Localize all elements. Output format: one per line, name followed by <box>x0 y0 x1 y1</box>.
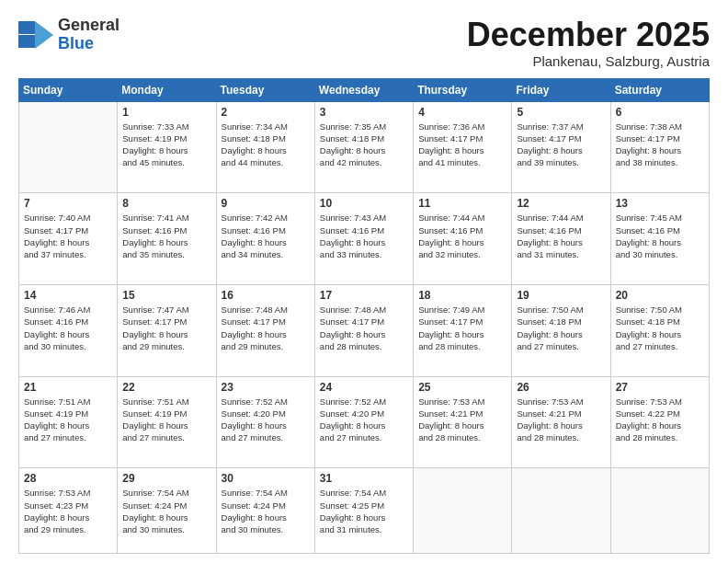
table-row: 9Sunrise: 7:42 AM Sunset: 4:16 PM Daylig… <box>216 193 314 285</box>
day-number: 8 <box>122 197 210 210</box>
day-number: 17 <box>320 289 408 302</box>
calendar-header-row: Sunday Monday Tuesday Wednesday Thursday… <box>19 78 710 101</box>
month-title: December 2025 <box>467 17 710 53</box>
svg-rect-1 <box>18 35 35 48</box>
svg-rect-0 <box>18 21 35 34</box>
table-row: 14Sunrise: 7:46 AM Sunset: 4:16 PM Dayli… <box>19 284 118 376</box>
table-row: 4Sunrise: 7:36 AM Sunset: 4:17 PM Daylig… <box>414 101 512 193</box>
day-number: 30 <box>222 472 310 485</box>
day-number: 24 <box>320 381 408 394</box>
day-number: 31 <box>320 472 408 485</box>
day-info: Sunrise: 7:52 AM Sunset: 4:20 PM Dayligh… <box>222 396 310 444</box>
day-info: Sunrise: 7:52 AM Sunset: 4:20 PM Dayligh… <box>320 396 408 444</box>
day-info: Sunrise: 7:54 AM Sunset: 4:25 PM Dayligh… <box>320 487 408 535</box>
day-number: 23 <box>222 381 310 394</box>
day-info: Sunrise: 7:47 AM Sunset: 4:17 PM Dayligh… <box>122 304 210 352</box>
day-info: Sunrise: 7:53 AM Sunset: 4:23 PM Dayligh… <box>24 487 112 535</box>
table-row: 13Sunrise: 7:45 AM Sunset: 4:16 PM Dayli… <box>610 193 709 285</box>
day-info: Sunrise: 7:38 AM Sunset: 4:17 PM Dayligh… <box>616 121 704 169</box>
day-info: Sunrise: 7:53 AM Sunset: 4:21 PM Dayligh… <box>517 396 605 444</box>
day-info: Sunrise: 7:48 AM Sunset: 4:17 PM Dayligh… <box>222 304 310 352</box>
day-info: Sunrise: 7:54 AM Sunset: 4:24 PM Dayligh… <box>122 487 210 535</box>
day-info: Sunrise: 7:45 AM Sunset: 4:16 PM Dayligh… <box>616 212 704 260</box>
table-row: 22Sunrise: 7:51 AM Sunset: 4:19 PM Dayli… <box>118 376 216 468</box>
day-number: 12 <box>517 197 605 210</box>
day-number: 2 <box>222 106 310 119</box>
day-number: 9 <box>222 197 310 210</box>
title-block: December 2025 Plankenau, Salzburg, Austr… <box>467 17 710 69</box>
table-row: 12Sunrise: 7:44 AM Sunset: 4:16 PM Dayli… <box>512 193 610 285</box>
day-number: 28 <box>24 472 112 485</box>
table-row: 30Sunrise: 7:54 AM Sunset: 4:24 PM Dayli… <box>216 468 314 554</box>
calendar-table: Sunday Monday Tuesday Wednesday Thursday… <box>18 78 710 554</box>
table-row: 1Sunrise: 7:33 AM Sunset: 4:19 PM Daylig… <box>118 101 216 193</box>
day-info: Sunrise: 7:40 AM Sunset: 4:17 PM Dayligh… <box>24 212 112 260</box>
day-number: 4 <box>418 106 506 119</box>
location-subtitle: Plankenau, Salzburg, Austria <box>467 53 710 69</box>
day-info: Sunrise: 7:37 AM Sunset: 4:17 PM Dayligh… <box>517 121 605 169</box>
day-info: Sunrise: 7:50 AM Sunset: 4:18 PM Dayligh… <box>616 304 704 352</box>
logo-general: General <box>58 17 119 35</box>
day-number: 26 <box>517 381 605 394</box>
table-row: 28Sunrise: 7:53 AM Sunset: 4:23 PM Dayli… <box>19 468 118 554</box>
header: General Blue December 2025 Plankenau, Sa… <box>18 17 710 69</box>
day-info: Sunrise: 7:33 AM Sunset: 4:19 PM Dayligh… <box>122 121 210 169</box>
header-monday: Monday <box>118 78 216 101</box>
table-row: 20Sunrise: 7:50 AM Sunset: 4:18 PM Dayli… <box>610 284 709 376</box>
table-row: 29Sunrise: 7:54 AM Sunset: 4:24 PM Dayli… <box>118 468 216 554</box>
day-number: 13 <box>616 197 704 210</box>
table-row: 23Sunrise: 7:52 AM Sunset: 4:20 PM Dayli… <box>216 376 314 468</box>
table-row <box>19 101 118 193</box>
day-info: Sunrise: 7:48 AM Sunset: 4:17 PM Dayligh… <box>320 304 408 352</box>
day-number: 20 <box>616 289 704 302</box>
day-number: 11 <box>418 197 506 210</box>
day-number: 7 <box>24 197 112 210</box>
table-row: 7Sunrise: 7:40 AM Sunset: 4:17 PM Daylig… <box>19 193 118 285</box>
day-number: 22 <box>122 381 210 394</box>
day-number: 10 <box>320 197 408 210</box>
day-number: 5 <box>517 106 605 119</box>
day-number: 3 <box>320 106 408 119</box>
day-number: 1 <box>122 106 210 119</box>
table-row <box>610 468 709 554</box>
table-row: 5Sunrise: 7:37 AM Sunset: 4:17 PM Daylig… <box>512 101 610 193</box>
table-row: 17Sunrise: 7:48 AM Sunset: 4:17 PM Dayli… <box>314 284 413 376</box>
table-row: 8Sunrise: 7:41 AM Sunset: 4:16 PM Daylig… <box>118 193 216 285</box>
day-number: 18 <box>418 289 506 302</box>
table-row: 18Sunrise: 7:49 AM Sunset: 4:17 PM Dayli… <box>414 284 512 376</box>
day-info: Sunrise: 7:46 AM Sunset: 4:16 PM Dayligh… <box>24 304 112 352</box>
table-row <box>414 468 512 554</box>
table-row <box>512 468 610 554</box>
table-row: 15Sunrise: 7:47 AM Sunset: 4:17 PM Dayli… <box>118 284 216 376</box>
day-info: Sunrise: 7:53 AM Sunset: 4:21 PM Dayligh… <box>418 396 506 444</box>
header-tuesday: Tuesday <box>216 78 314 101</box>
table-row: 27Sunrise: 7:53 AM Sunset: 4:22 PM Dayli… <box>610 376 709 468</box>
header-wednesday: Wednesday <box>314 78 413 101</box>
header-saturday: Saturday <box>610 78 709 101</box>
logo-icon <box>18 21 53 49</box>
day-number: 29 <box>122 472 210 485</box>
day-info: Sunrise: 7:41 AM Sunset: 4:16 PM Dayligh… <box>122 212 210 260</box>
day-number: 6 <box>616 106 704 119</box>
day-info: Sunrise: 7:35 AM Sunset: 4:18 PM Dayligh… <box>320 121 408 169</box>
day-info: Sunrise: 7:44 AM Sunset: 4:16 PM Dayligh… <box>418 212 506 260</box>
table-row: 21Sunrise: 7:51 AM Sunset: 4:19 PM Dayli… <box>19 376 118 468</box>
header-sunday: Sunday <box>19 78 118 101</box>
day-info: Sunrise: 7:49 AM Sunset: 4:17 PM Dayligh… <box>418 304 506 352</box>
day-info: Sunrise: 7:54 AM Sunset: 4:24 PM Dayligh… <box>222 487 310 535</box>
day-info: Sunrise: 7:42 AM Sunset: 4:16 PM Dayligh… <box>222 212 310 260</box>
logo: General Blue <box>18 17 119 53</box>
header-thursday: Thursday <box>414 78 512 101</box>
table-row: 2Sunrise: 7:34 AM Sunset: 4:18 PM Daylig… <box>216 101 314 193</box>
table-row: 16Sunrise: 7:48 AM Sunset: 4:17 PM Dayli… <box>216 284 314 376</box>
day-number: 15 <box>122 289 210 302</box>
day-number: 14 <box>24 289 112 302</box>
day-info: Sunrise: 7:44 AM Sunset: 4:16 PM Dayligh… <box>517 212 605 260</box>
header-friday: Friday <box>512 78 610 101</box>
svg-marker-2 <box>35 21 53 49</box>
table-row: 6Sunrise: 7:38 AM Sunset: 4:17 PM Daylig… <box>610 101 709 193</box>
day-info: Sunrise: 7:51 AM Sunset: 4:19 PM Dayligh… <box>122 396 210 444</box>
day-number: 19 <box>517 289 605 302</box>
day-info: Sunrise: 7:43 AM Sunset: 4:16 PM Dayligh… <box>320 212 408 260</box>
table-row: 24Sunrise: 7:52 AM Sunset: 4:20 PM Dayli… <box>314 376 413 468</box>
